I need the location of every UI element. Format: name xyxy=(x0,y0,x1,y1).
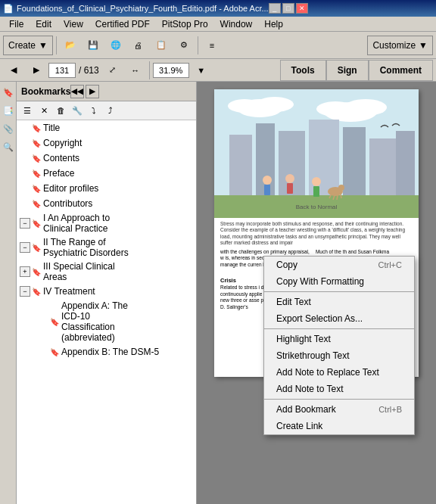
more-tools-button[interactable]: ≡ xyxy=(201,35,223,56)
ctx-add-note[interactable]: Add Note to Text xyxy=(264,381,414,397)
bookmark-editor-profiles[interactable]: 🔖 Editor profiles xyxy=(17,181,196,196)
page-number-input[interactable]: 131 xyxy=(48,63,76,78)
toolbar-sep-1 xyxy=(56,36,57,54)
ctx-export-selection[interactable]: Export Selection As... xyxy=(264,310,414,327)
bookmark-contributors[interactable]: 🔖 Contributors xyxy=(17,196,196,211)
bm-new-button[interactable]: ✕ xyxy=(36,103,51,118)
ctx-add-note-replace[interactable]: Add Note to Replace Text xyxy=(264,364,414,381)
svg-rect-8 xyxy=(256,123,275,195)
ctx-edit-text[interactable]: Edit Text xyxy=(264,294,414,310)
upload-button[interactable]: 🌐 xyxy=(105,35,126,56)
bm-menu-button[interactable]: ☰ xyxy=(20,103,35,118)
bookmark-icon-contents: 🔖 xyxy=(32,153,41,163)
page-separator: / 613 xyxy=(77,65,101,76)
create-button[interactable]: Create ▼ xyxy=(3,36,53,55)
menu-pitstop[interactable]: PitStop Pro xyxy=(156,17,214,31)
bm-delete-button[interactable]: 🗑 xyxy=(53,103,68,118)
bookmark-preface[interactable]: 🔖 Preface xyxy=(17,166,196,181)
ctx-create-link[interactable]: Create Link xyxy=(264,418,414,434)
bookmark-icon-preface: 🔖 xyxy=(32,168,41,179)
bookmark-contents[interactable]: 🔖 Contents xyxy=(17,151,196,166)
bookmark-section-iv[interactable]: − 🔖 IV Treatment xyxy=(17,284,196,299)
close-button[interactable]: ✕ xyxy=(296,3,308,14)
bookmark-appendix-b[interactable]: 🔖 Appendix B: The DSM-5 xyxy=(17,344,196,359)
bm-collapse-button[interactable]: ⤴ xyxy=(103,103,118,118)
menu-view[interactable]: View xyxy=(58,17,89,31)
zoom-input[interactable]: 31.9% xyxy=(153,63,189,78)
bookmark-icon-section-ii: 🔖 xyxy=(32,242,41,253)
fit-width-button[interactable]: ↔ xyxy=(125,60,146,81)
ctx-strikethrough[interactable]: Strikethrough Text xyxy=(264,347,414,364)
ctx-highlight[interactable]: Highlight Text xyxy=(264,331,414,347)
restore-button[interactable]: □ xyxy=(282,3,294,14)
panel-icon-attach[interactable]: 📎 xyxy=(1,121,16,136)
zoom-dropdown[interactable]: ▼ xyxy=(191,60,212,81)
pages-button[interactable]: 📋 xyxy=(151,35,172,56)
tab-tools[interactable]: Tools xyxy=(280,60,326,81)
bookmark-section-iii[interactable]: + 🔖 III Special ClinicalAreas xyxy=(17,260,196,284)
bookmark-copyright[interactable]: 🔖 Copyright xyxy=(17,135,196,151)
expand-section-iv[interactable]: − xyxy=(20,286,30,297)
svg-point-16 xyxy=(263,176,272,185)
svg-point-2 xyxy=(256,97,294,112)
menu-file[interactable]: File xyxy=(3,17,30,31)
bookmarks-label: Bookmarks xyxy=(21,86,70,97)
svg-rect-21 xyxy=(313,186,319,197)
svg-point-3 xyxy=(228,99,261,113)
expand-section-ii[interactable]: − xyxy=(20,242,30,253)
pdf-area[interactable]: Back to Normal xyxy=(197,82,436,504)
menu-edit[interactable]: Edit xyxy=(30,17,58,31)
bookmarks-toolbar: ☰ ✕ 🗑 🔧 ⤵ ⤴ xyxy=(17,101,196,120)
minimize-button[interactable]: _ xyxy=(269,3,281,14)
ctx-sep-2 xyxy=(264,328,414,329)
open-button[interactable]: 📂 xyxy=(60,35,81,56)
bookmark-section-i[interactable]: − 🔖 I An Approach toClinical Practice xyxy=(17,211,196,235)
panel-icon-layers[interactable]: 📑 xyxy=(1,103,16,118)
ctx-copy-format[interactable]: Copy With Formatting xyxy=(264,273,414,290)
bookmark-section-ii[interactable]: − 🔖 II The Range ofPsychiatric Disorders xyxy=(17,235,196,260)
window-controls[interactable]: _ □ ✕ xyxy=(269,3,308,14)
bookmark-title[interactable]: 🔖 Title xyxy=(17,120,196,135)
menu-certified-pdf[interactable]: Certified PDF xyxy=(89,17,156,31)
bm-properties-button[interactable]: 🔧 xyxy=(70,103,85,118)
menu-bar: File Edit View Certified PDF PitStop Pro… xyxy=(0,17,436,32)
tab-comment[interactable]: Comment xyxy=(369,60,433,81)
fit-page-button[interactable]: ⤢ xyxy=(102,60,123,81)
create-dropdown-arrow[interactable]: ▼ xyxy=(39,40,48,51)
expand-section-i[interactable]: − xyxy=(20,218,30,229)
sidebar-expand-button[interactable]: ▶ xyxy=(86,85,99,98)
menu-window[interactable]: Window xyxy=(214,17,259,31)
forward-button[interactable]: ▶ xyxy=(26,60,47,81)
menu-help[interactable]: Help xyxy=(258,17,289,31)
sidebar-collapse-button[interactable]: ◀◀ xyxy=(70,85,84,98)
svg-rect-11 xyxy=(343,127,366,195)
svg-rect-13 xyxy=(396,131,415,195)
customize-button[interactable]: Customize ▼ xyxy=(367,36,433,55)
panel-icon-nav[interactable]: 🔖 xyxy=(1,85,16,100)
ctx-add-bookmark[interactable]: Add Bookmark Ctrl+B xyxy=(264,401,414,418)
sidebar: Bookmarks ◀◀ ▶ ☰ ✕ 🗑 🔧 ⤵ ⤴ 🔖 Title xyxy=(17,82,197,504)
ctx-sep-3 xyxy=(264,399,414,400)
create-label: Create xyxy=(8,40,36,51)
back-button[interactable]: ◀ xyxy=(3,60,24,81)
toolbar-sep-2 xyxy=(198,36,198,54)
svg-text:Back to Normal: Back to Normal xyxy=(296,204,338,210)
panel-icon-search[interactable]: 🔍 xyxy=(1,139,16,154)
settings-button[interactable]: ⚙ xyxy=(173,35,195,56)
bookmark-icon-contributors: 🔖 xyxy=(32,198,41,209)
ctx-sep-1 xyxy=(264,291,414,292)
expand-section-iii[interactable]: + xyxy=(20,266,30,277)
bookmark-icon-title: 🔖 xyxy=(32,123,41,133)
bookmark-icon-section-iv: 🔖 xyxy=(32,286,41,297)
ctx-copy[interactable]: Copy Ctrl+C xyxy=(264,257,414,273)
svg-point-23 xyxy=(338,185,344,191)
bookmark-icon-editor: 🔖 xyxy=(32,183,41,194)
print-button[interactable]: 🖨 xyxy=(128,35,149,56)
bookmark-appendix-a[interactable]: 🔖 Appendix A: TheICD-10Classification(ab… xyxy=(17,299,196,344)
pdf-illustration: Back to Normal xyxy=(214,89,419,218)
tab-sign[interactable]: Sign xyxy=(326,60,369,81)
save-button[interactable]: 💾 xyxy=(83,35,104,56)
nav-sep-1 xyxy=(149,61,150,79)
bookmark-icon-section-i: 🔖 xyxy=(32,218,41,229)
bm-expand-button[interactable]: ⤵ xyxy=(86,103,101,118)
